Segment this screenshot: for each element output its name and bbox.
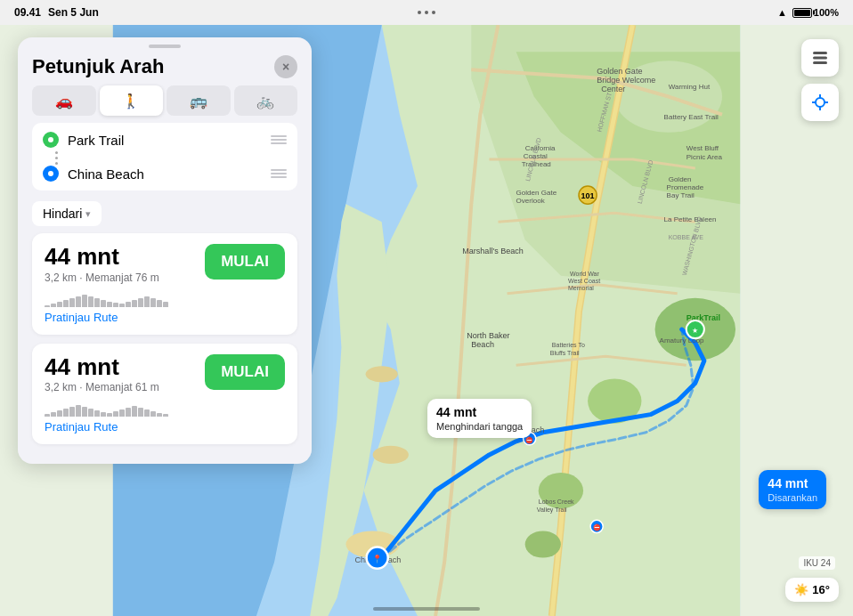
svg-text:Memorial: Memorial <box>568 285 594 291</box>
waypoint-dest[interactable]: China Beach <box>32 157 297 190</box>
weather-badge: ☀️ 16° <box>785 578 839 602</box>
transport-tabs: 🚗 🚶 🚌 🚲 <box>18 85 312 123</box>
route-2-start-button[interactable]: MULAI <box>205 354 285 390</box>
elevation-segment <box>94 410 100 417</box>
route-1-info: 44 mnt 3,2 km · Memanjat 76 m <box>45 244 205 307</box>
battery-fill <box>794 10 810 16</box>
time: 09.41 <box>14 6 41 19</box>
map-callout-recommended: 44 mnt Disarankan <box>759 470 826 509</box>
svg-text:Trailhead: Trailhead <box>522 160 551 168</box>
route-card-1-top: 44 mnt 3,2 km · Memanjat 76 m MULAI <box>45 244 285 307</box>
svg-text:Promenade: Promenade <box>667 183 704 191</box>
elevation-segment <box>113 303 118 307</box>
origin-dot <box>43 132 59 148</box>
tab-car[interactable]: 🚗 <box>32 85 96 116</box>
svg-text:Battery East Trail: Battery East Trail <box>664 113 719 121</box>
elevation-segment <box>107 413 112 417</box>
svg-point-67 <box>48 137 53 142</box>
elevation-segment <box>126 408 131 417</box>
avoid-row: Hindari ▾ <box>18 198 312 233</box>
svg-text:KOBBE AVE: KOBBE AVE <box>669 234 704 240</box>
waypoints-container: Park Trail China Beach <box>32 123 297 190</box>
battery-bar <box>792 8 812 18</box>
svg-text:World War: World War <box>570 271 599 277</box>
svg-text:⛔: ⛔ <box>593 523 601 531</box>
dot2 <box>425 11 428 14</box>
dest-dot <box>43 166 59 182</box>
route-2-preview-link[interactable]: Pratinjau Rute <box>45 420 285 434</box>
route-card-2[interactable]: 44 mnt 3,2 km · Memanjat 61 m MULAI Prat… <box>32 344 297 445</box>
dot1 <box>418 11 421 14</box>
elevation-segment <box>57 410 62 417</box>
elevation-segment <box>138 298 143 307</box>
svg-text:Bluffs Trail: Bluffs Trail <box>550 350 580 356</box>
dot3 <box>432 11 435 14</box>
elevation-segment <box>63 300 69 307</box>
elevation-segment <box>45 305 50 307</box>
panel-header: Petunjuk Arah × <box>18 52 312 85</box>
elevation-segment <box>45 414 50 417</box>
elevation-segment <box>163 302 168 307</box>
elevation-segment <box>57 302 62 307</box>
elevation-segment <box>107 302 112 307</box>
status-bar: 09.41 Sen 5 Jun ▲ 100% <box>0 0 853 25</box>
avoid-label: Hindari <box>43 207 82 221</box>
svg-text:Golden: Golden <box>669 175 692 183</box>
dest-menu[interactable] <box>271 169 287 178</box>
svg-text:California: California <box>525 144 556 152</box>
svg-text:Warming Hut: Warming Hut <box>669 83 711 91</box>
svg-text:West Coast: West Coast <box>568 278 600 284</box>
tab-transit[interactable]: 🚌 <box>167 85 231 116</box>
battery-label: 100% <box>814 7 839 18</box>
elevation-segment <box>69 407 75 417</box>
svg-text:Center: Center <box>601 85 625 93</box>
elevation-segment <box>51 304 56 307</box>
chevron-down-icon: ▾ <box>85 208 91 220</box>
route-1-preview-link[interactable]: Pratinjau Rute <box>45 311 285 324</box>
route-card-1[interactable]: 44 mnt 3,2 km · Memanjat 76 m MULAI Prat… <box>32 233 297 335</box>
location-button[interactable] <box>801 84 839 121</box>
route-1-elevation <box>45 289 205 307</box>
elevation-segment <box>76 296 81 307</box>
svg-rect-60 <box>813 57 827 60</box>
close-button[interactable]: × <box>274 55 297 78</box>
route-card-2-top: 44 mnt 3,2 km · Memanjat 61 m MULAI <box>45 354 285 417</box>
origin-menu[interactable] <box>271 135 287 144</box>
tab-bike[interactable]: 🚲 <box>234 85 298 116</box>
weather-icon: ☀️ <box>794 583 808 596</box>
elevation-segment <box>157 413 162 417</box>
callout2-time: 44 mnt <box>768 475 817 491</box>
route-2-time: 44 mnt <box>45 354 205 380</box>
origin-label: Park Trail <box>68 133 262 148</box>
svg-point-68 <box>48 171 53 176</box>
svg-point-62 <box>816 98 825 107</box>
svg-text:Batteries To: Batteries To <box>552 342 585 348</box>
tab-walk[interactable]: 🚶 <box>100 85 164 116</box>
callout2-sub: Disarankan <box>768 491 817 504</box>
status-right: ▲ 100% <box>777 7 839 18</box>
battery: 100% <box>792 7 839 18</box>
svg-point-8 <box>525 531 561 557</box>
map-layers-button[interactable] <box>801 39 839 77</box>
svg-text:Bay Trail: Bay Trail <box>667 191 695 199</box>
elevation-segment <box>82 407 87 417</box>
status-dots <box>418 11 435 14</box>
route-1-meta: 3,2 km · Memanjat 76 m <box>45 272 205 284</box>
panel-title: Petunjuk Arah <box>32 55 164 78</box>
elevation-segment <box>94 298 100 307</box>
svg-text:Overlook: Overlook <box>516 197 546 205</box>
elevation-segment <box>150 298 156 307</box>
svg-text:Bridge Welcome: Bridge Welcome <box>597 76 655 85</box>
elevation-segment <box>101 412 106 417</box>
route-1-start-button[interactable]: MULAI <box>205 244 285 280</box>
elevation-segment <box>150 411 156 417</box>
drag-handle[interactable] <box>149 45 181 48</box>
svg-text:📍: 📍 <box>372 554 383 564</box>
svg-text:West Bluff: West Bluff <box>686 144 719 152</box>
elevation-segment <box>76 405 81 417</box>
route-2-info: 44 mnt 3,2 km · Memanjat 61 m <box>45 354 205 417</box>
waypoint-origin[interactable]: Park Trail <box>32 123 297 157</box>
avoid-button[interactable]: Hindari ▾ <box>32 201 102 226</box>
elevation-segment <box>63 409 69 417</box>
elevation-segment <box>126 302 131 307</box>
